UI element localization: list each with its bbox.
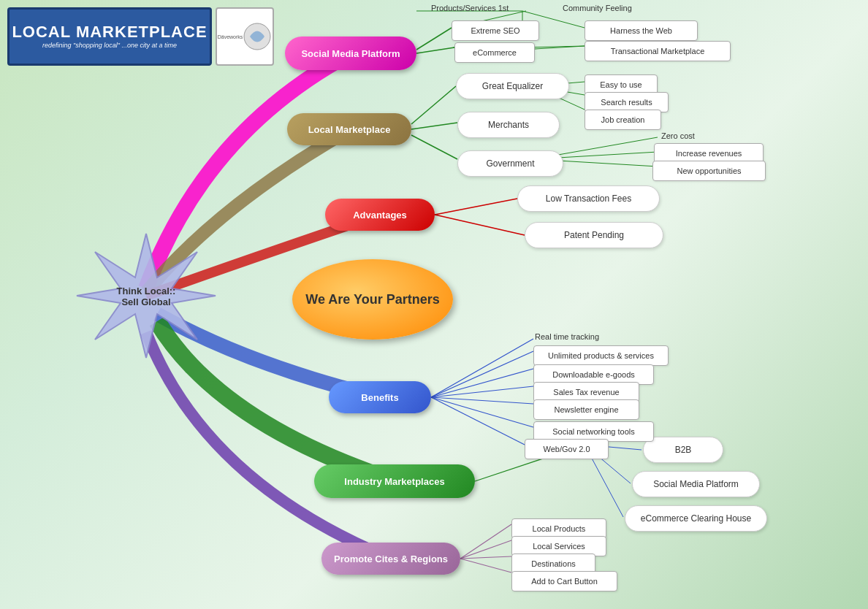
svg-line-31 xyxy=(460,524,511,559)
social-media-platform2-node: Social Media Platform xyxy=(632,471,760,497)
transactional-marketplace-node: Transactional Marketplace xyxy=(585,41,731,61)
logo-box: LOCAL MARKETPLACE redefining "shopping l… xyxy=(7,7,212,66)
starburst-node: Think Local:: Sell Global xyxy=(73,230,219,361)
community-feeling-label: Community Feeling xyxy=(563,4,632,12)
benefits-label: Benefits xyxy=(361,392,398,403)
great-equalizer-label: Great Equalizer xyxy=(482,81,543,91)
products-services-label: Products/Services 1st xyxy=(431,4,509,12)
svg-line-21 xyxy=(431,351,533,397)
industry-marketplaces-node: Industry Marketplaces xyxy=(314,464,475,498)
social-media-label: Social Media Platform xyxy=(301,48,400,59)
advantages-node: Advantages xyxy=(325,199,435,231)
ecommerce-clearing-label: eCommerce Clearing House xyxy=(641,513,751,524)
extreme-seo-node: Extreme SEO xyxy=(452,20,539,41)
svg-line-33 xyxy=(460,556,511,559)
unlimited-products-node: Unlimited products & services xyxy=(533,345,669,366)
svg-line-10 xyxy=(411,123,457,129)
center-node: We Are Your Partners xyxy=(292,259,453,340)
logo-title: LOCAL MARKETPLACE xyxy=(12,23,207,42)
low-transaction-fees-label: Low Transaction Fees xyxy=(546,194,631,204)
government-node: Government xyxy=(457,150,563,177)
svg-line-34 xyxy=(460,559,511,572)
real-time-tracking-label: Real time tracking xyxy=(535,332,599,341)
svg-line-9 xyxy=(411,86,456,124)
newsletter-node: Newsletter engine xyxy=(533,399,639,420)
svg-line-20 xyxy=(431,339,533,397)
local-marketplace-node: Local Marketplace xyxy=(287,113,411,145)
svg-line-23 xyxy=(431,386,533,397)
logo-subtitle: redefining "shopping local" ...one city … xyxy=(42,42,177,50)
job-creation-node: Job creation xyxy=(585,110,661,130)
zero-cost-label: Zero cost xyxy=(661,131,695,140)
b2b-node: B2B xyxy=(643,437,723,463)
low-transaction-fees-node: Low Transaction Fees xyxy=(517,185,660,212)
industry-marketplaces-label: Industry Marketplaces xyxy=(344,476,444,487)
promote-cities-node: Promote Cites & Regions xyxy=(321,543,460,575)
ecommerce-clearing-node: eCommerce Clearing House xyxy=(625,505,767,532)
svg-line-18 xyxy=(435,199,517,215)
svg-line-11 xyxy=(411,135,457,159)
merchants-node: Merchants xyxy=(457,112,560,138)
benefits-node: Benefits xyxy=(329,381,431,413)
add-to-cart-node: Add to Cart Button xyxy=(511,571,617,591)
web-gov-node: Web/Gov 2.0 xyxy=(525,439,609,459)
svg-line-19 xyxy=(435,215,525,235)
ecommerce-node: eCommerce xyxy=(454,42,535,63)
harness-web-node: Harness the Web xyxy=(585,20,698,41)
new-opportunities-node: New opportunities xyxy=(652,161,766,181)
partner-text: Däveworks xyxy=(218,34,243,39)
svg-line-1 xyxy=(416,47,454,53)
svg-line-24 xyxy=(431,397,533,404)
b2b-label: B2B xyxy=(675,445,692,455)
patent-pending-label: Patent Pending xyxy=(564,230,624,240)
svg-line-22 xyxy=(431,369,533,397)
svg-line-26 xyxy=(431,397,525,445)
svg-text:Think Local::: Think Local:: xyxy=(117,286,176,296)
social-media-platform2-label: Social Media Platform xyxy=(653,479,739,489)
merchants-label: Merchants xyxy=(488,120,529,130)
advantages-label: Advantages xyxy=(353,210,407,221)
great-equalizer-node: Great Equalizer xyxy=(456,73,569,99)
social-media-node: Social Media Platform xyxy=(285,37,416,70)
government-label: Government xyxy=(486,158,534,169)
svg-line-0 xyxy=(416,28,452,50)
logo-partner-box: Däveworks xyxy=(216,7,274,66)
svg-line-25 xyxy=(431,397,533,427)
promote-cities-label: Promote Cites & Regions xyxy=(334,554,448,564)
center-label: We Are Your Partners xyxy=(305,292,439,307)
patent-pending-node: Patent Pending xyxy=(525,222,663,248)
local-marketplace-label: Local Marketplace xyxy=(308,124,391,135)
svg-text:Sell Global: Sell Global xyxy=(121,296,170,307)
svg-line-32 xyxy=(460,540,511,559)
